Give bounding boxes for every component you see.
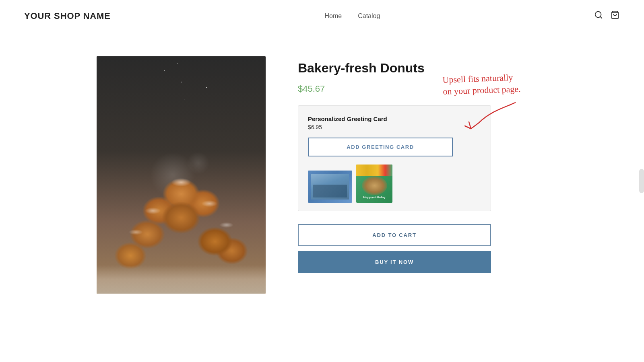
product-price: $45.67 bbox=[298, 84, 547, 94]
product-image-section bbox=[97, 56, 266, 294]
photo-card-image bbox=[308, 171, 352, 203]
upsell-box: Personalized Greeting Card $6.95 ADD GRE… bbox=[298, 105, 491, 211]
site-header: YOUR SHOP NAME Home Catalog bbox=[0, 0, 644, 32]
search-icon[interactable] bbox=[594, 10, 603, 21]
nav-catalog[interactable]: Catalog bbox=[358, 12, 380, 20]
add-greeting-card-button[interactable]: ADD GREETING CARD bbox=[308, 138, 453, 156]
add-to-cart-button[interactable]: ADD TO CART bbox=[298, 224, 491, 246]
header-icons bbox=[594, 10, 620, 21]
greeting-card-image bbox=[356, 165, 392, 203]
upsell-price: $6.95 bbox=[308, 124, 481, 130]
svg-line-1 bbox=[600, 16, 602, 18]
product-image bbox=[97, 56, 266, 294]
product-details: Bakery-fresh Donuts $45.67 Personalized … bbox=[298, 56, 547, 294]
upsell-title: Personalized Greeting Card bbox=[308, 115, 481, 122]
dog-illustration bbox=[362, 176, 387, 195]
shop-logo[interactable]: YOUR SHOP NAME bbox=[24, 11, 111, 21]
scrollbar[interactable] bbox=[639, 169, 644, 193]
upsell-images bbox=[308, 165, 481, 203]
nav-home[interactable]: Home bbox=[325, 12, 342, 20]
cart-icon[interactable] bbox=[610, 10, 620, 21]
buy-it-now-button[interactable]: BUY IT NOW bbox=[298, 251, 491, 273]
product-title: Bakery-fresh Donuts bbox=[298, 60, 547, 76]
main-nav: Home Catalog bbox=[325, 12, 380, 20]
product-page: Bakery-fresh Donuts $45.67 Personalized … bbox=[80, 56, 564, 294]
card-photo-inner bbox=[311, 174, 349, 200]
